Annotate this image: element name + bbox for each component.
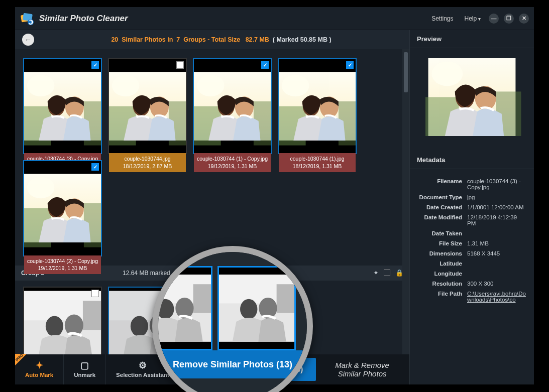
preview-heading: Preview <box>410 30 534 48</box>
thumbnail-info: 18/12/2019, 1.31 MB <box>280 163 354 170</box>
callout-text: Mark & Remove Similar Photos <box>335 361 389 378</box>
unmark-button[interactable]: ▢ Unmark <box>64 354 106 384</box>
magnified-remove-button[interactable]: Remove Similar Photos (13) <box>158 350 307 378</box>
thumbnail-image <box>24 288 101 354</box>
thumbnail[interactable]: couple-1030744.jpg18/12/2019, 2.87 MB <box>108 58 187 154</box>
thumbnail-filename: couple-1030744 (1) - Copy.jpg <box>195 155 269 162</box>
thumbnail-info: 19/12/2019, 1.31 MB <box>195 163 269 170</box>
meta-latitude <box>467 260 527 267</box>
summary-bar: ← 20 Similar Photos in 7 Groups - Total … <box>15 30 409 49</box>
preview-image <box>417 58 527 136</box>
group-marked-size: 12.64 MB marked <box>123 270 170 277</box>
thumbnail-checkbox[interactable]: ✓ <box>91 163 99 171</box>
thumbnail-footer: couple-1030744 (1) - Copy.jpg19/12/2019,… <box>194 153 271 172</box>
wand-icon: ✦ <box>36 361 43 370</box>
meta-modified: 12/18/2019 4:12:39 PM <box>467 214 527 226</box>
thumbnail-image <box>109 59 186 153</box>
thumbnail-image <box>194 59 271 153</box>
group-checkbox[interactable] <box>384 270 390 276</box>
meta-filesize: 1.31 MB <box>467 240 527 246</box>
thumbnail-checkbox[interactable]: ✓ <box>91 61 99 69</box>
thumbnail-checkbox[interactable]: ✓ <box>346 61 354 69</box>
thumbnail[interactable]: ✓couple-1030744 (1) - Copy.jpg19/12/2019… <box>193 58 272 154</box>
meta-longitude <box>467 271 527 277</box>
metadata-heading: Metadata <box>410 151 534 169</box>
thumbnail-image <box>24 161 101 255</box>
summary-text: 20 Similar Photos in 7 Groups - Total Si… <box>111 36 331 43</box>
thumbnail-info: 18/12/2019, 2.87 MB <box>111 163 184 170</box>
help-menu[interactable]: Help <box>462 14 484 24</box>
maximize-button[interactable]: ❐ <box>504 14 514 24</box>
thumbnail-image <box>279 59 356 153</box>
thumbnail[interactable] <box>23 287 102 354</box>
thumbnail[interactable]: ✓couple-1030744 (3) - Copy.jpg19/12/2019… <box>23 58 102 154</box>
app-logo-icon <box>20 12 34 26</box>
thumbnail[interactable]: ✓couple-1030744 (1).jpg18/12/2019, 1.31 … <box>278 58 357 154</box>
meta-doctype: jpg <box>467 194 527 200</box>
thumbnail-checkbox[interactable]: ✓ <box>261 61 269 69</box>
close-button[interactable]: ✕ <box>519 14 529 24</box>
meta-filename: couple-1030744 (3) - Copy.jpg <box>467 178 527 190</box>
app-title: Similar Photo Cleaner <box>39 14 128 24</box>
thumbnail-checkbox[interactable] <box>176 61 184 69</box>
preview-box <box>410 48 534 151</box>
settings-button[interactable]: Settings <box>428 14 456 24</box>
meta-filepath[interactable]: C:\Users\ravi.bohra\Downloads\Photos\co <box>467 291 527 303</box>
thumbnail-info: 19/12/2019, 1.31 MB <box>26 265 99 272</box>
thumbnail-image <box>219 268 294 349</box>
thumbnail-filename: couple-1030744 (2) - Copy.jpg <box>26 257 99 265</box>
square-icon: ▢ <box>80 361 89 370</box>
side-panel: Preview Metadata Filenamecouple-1030744 … <box>410 30 534 384</box>
scrollbar-thumb[interactable] <box>404 52 408 92</box>
titlebar: Similar Photo Cleaner Settings Help — ❐ … <box>15 7 534 30</box>
thumbnail[interactable]: ✓couple-1030744 (2) - Copy.jpg19/12/2019… <box>23 160 102 256</box>
thumbnail-footer: couple-1030744 (1).jpg18/12/2019, 1.31 M… <box>279 153 356 172</box>
minimize-button[interactable]: — <box>489 14 499 24</box>
thumbnail-footer: couple-1030744.jpg18/12/2019, 2.87 MB <box>109 153 186 172</box>
meta-taken <box>467 230 527 236</box>
back-button[interactable]: ← <box>22 34 34 46</box>
thumbnail-image <box>24 59 101 153</box>
thumbnail-filename: couple-1030744 (1).jpg <box>280 155 354 162</box>
thumbnail-checkbox[interactable] <box>91 290 99 297</box>
metadata-table: Filenamecouple-1030744 (3) - Copy.jpg Do… <box>410 169 534 307</box>
thumbnail-filename: couple-1030744.jpg <box>111 155 184 162</box>
assistant-icon: ⚙ <box>139 361 147 370</box>
vertical-scrollbar[interactable] <box>402 49 409 354</box>
meta-resolution: 300 X 300 <box>467 281 527 287</box>
magic-wand-icon[interactable]: ✦ <box>373 269 379 277</box>
thumbnail-footer: couple-1030744 (2) - Copy.jpg19/12/2019,… <box>24 255 101 274</box>
magnified-thumbnail <box>217 266 296 350</box>
meta-created: 1/1/0001 12:00:00 AM <box>467 204 527 210</box>
meta-dimensions: 5168 X 3445 <box>467 250 527 256</box>
